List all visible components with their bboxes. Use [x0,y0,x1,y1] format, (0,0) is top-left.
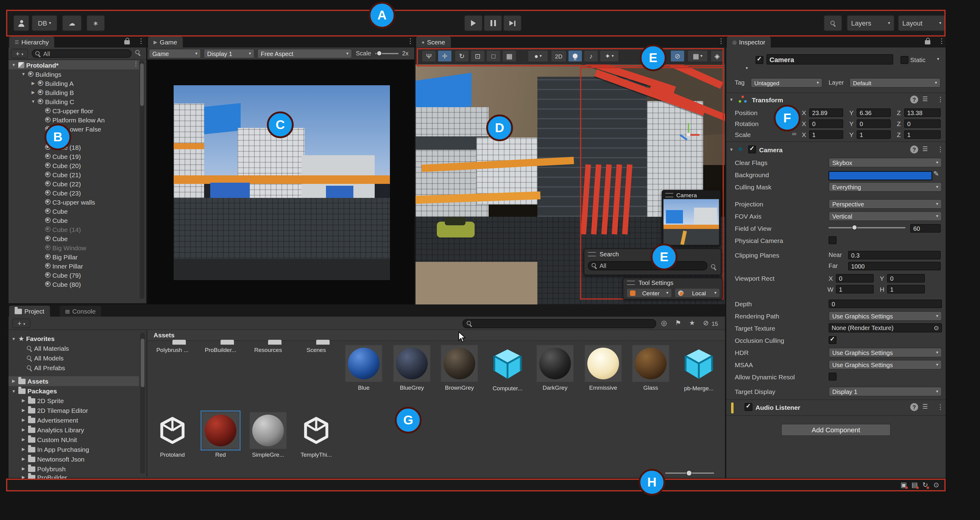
projection-dropdown[interactable]: Perspective▾ [829,199,942,209]
help-icon[interactable]: ? [910,146,918,154]
asset-cell[interactable]: TemplyThi... [294,412,338,458]
static-checkbox[interactable] [900,56,908,64]
pause-button[interactable] [484,15,502,31]
viewport-y-field[interactable]: 0 [887,274,925,282]
rotation-z-field[interactable]: 0 [904,119,941,128]
scene-saved-search-icon[interactable] [711,264,716,271]
gameobject-active-checkbox[interactable] [756,56,764,64]
presets-icon[interactable]: ☰ [923,95,928,102]
hierarchy-item-scene[interactable]: ▼Protoland* [11,60,59,70]
account-button[interactable] [13,15,29,31]
layout-dropdown[interactable]: Layout▾ [898,15,946,31]
package-item[interactable]: ▶Custom NUnit [21,435,77,444]
viewport-h-field[interactable]: 1 [887,285,925,293]
pivot-dropdown[interactable]: Center▾ [626,288,672,298]
cache-status-icon[interactable]: ▤ [912,481,918,489]
asset-cell[interactable]: SimpleGre... [246,412,290,458]
fov-value-field[interactable]: 60 [910,224,941,233]
target-display-dropdown[interactable]: Display 1▾ [829,387,942,396]
asset-cell[interactable]: Polybrush ... [151,345,194,353]
package-item[interactable]: ▶Analytics Library [21,425,84,435]
gameobject-name-field[interactable]: Camera [767,54,893,65]
hierarchy-item[interactable]: Cube [45,234,68,243]
toggle-2d-button[interactable]: 2D [551,50,566,62]
play-button[interactable] [464,15,482,31]
hierarchy-item[interactable]: Cube (14) [45,225,81,234]
scale-z-field[interactable]: 1 [904,130,941,139]
asset-cell[interactable]: ProBuilder... [199,345,242,353]
hierarchy-saved-search-icon[interactable] [135,49,141,57]
hierarchy-item[interactable]: Inner Pillar [45,261,83,270]
tab-project[interactable]: Project [9,306,50,317]
layers-dropdown[interactable]: Layers▾ [847,15,894,31]
move-tool-button[interactable]: ✛ [438,50,452,62]
scale-y-field[interactable]: 1 [857,130,891,139]
hierarchy-item[interactable]: Cube (22) [45,179,81,188]
hierarchy-add-button[interactable]: +▾ [11,49,28,59]
game-viewport[interactable] [148,60,414,304]
project-zoom-slider[interactable] [665,469,714,477]
presets-icon[interactable]: ☰ [923,403,928,410]
hierarchy-item[interactable]: Cube [45,216,68,225]
asset-cell[interactable]: Emmissive [581,345,625,391]
camera-menu-icon[interactable]: ⋮ [937,146,944,154]
display-dropdown[interactable]: Display 1▾ [204,49,255,59]
game-menu-icon[interactable]: ⋮ [407,37,414,45]
asset-cell[interactable]: Scenes [294,345,338,353]
scene-menu-icon[interactable]: ⋮ [718,37,724,45]
hidden-packages-icon[interactable]: ⊘ [703,319,709,327]
package-item[interactable]: ▶2D Sprite [21,396,64,406]
hierarchy-item[interactable]: Big Pillar [45,252,78,261]
hierarchy-item[interactable]: C3-upper walls [45,197,95,206]
hierarchy-item[interactable]: ▶Building B [30,88,74,97]
project-tree-scrollbar-thumb[interactable] [141,339,145,387]
hierarchy-item[interactable]: Cube (21) [45,170,81,179]
axis-gizmo[interactable]: x [675,120,701,147]
scene-audio-button[interactable]: ♪ [584,50,598,62]
hierarchy-item[interactable]: Big Window [45,243,86,252]
aspect-dropdown[interactable]: Free Aspect▾ [257,49,352,59]
asset-cell[interactable]: Protoland [151,412,194,458]
scale-tool-button[interactable]: ⊡ [470,50,485,62]
hierarchy-item[interactable]: ▼Building C [30,97,74,106]
tag-dropdown[interactable]: Untagged▾ [751,78,822,88]
occlusion-checkbox[interactable] [829,336,837,344]
asset-cell[interactable]: Blue [342,345,386,391]
near-field[interactable]: 0.3 [848,251,941,259]
asset-cell[interactable]: Resources [246,345,290,353]
hidden-objects-button[interactable]: ⊘ [670,50,685,62]
drag-handle-icon[interactable] [588,252,596,256]
collab-status-icon[interactable]: ▣ [900,481,907,489]
asset-cell[interactable]: BlueGrey [390,345,434,391]
hierarchy-item[interactable]: ▶Building A [30,79,73,88]
help-icon[interactable]: ? [910,403,918,411]
tool-settings-overlay[interactable]: Tool Settings Center▾ Local▾ [623,277,722,300]
audio-listener-checkbox[interactable] [745,403,752,411]
hand-tool-button[interactable]: Ψ [422,50,436,62]
packages-root-row[interactable]: ▼Packages [11,386,57,396]
clear-flags-dropdown[interactable]: Skybox▾ [829,158,942,168]
eyedropper-icon[interactable]: ✎ [933,170,939,178]
hdr-dropdown[interactable]: Use Graphics Settings▾ [829,348,942,357]
scale-x-field[interactable]: 1 [809,130,843,139]
services-button[interactable]: ∗ [86,15,105,31]
asset-cell[interactable]: DarkGrey [533,345,577,391]
tab-console[interactable]: ▤Console [60,306,101,317]
rotate-tool-button[interactable]: ↻ [455,50,469,62]
game-scale-slider[interactable] [375,49,398,59]
project-add-button[interactable]: +▾ [12,319,30,328]
fov-slider[interactable] [829,223,905,233]
position-x-field[interactable]: 23.89 [809,108,843,117]
camera-preview-overlay[interactable]: Camera [662,190,721,247]
hierarchy-search-input[interactable]: All [32,49,132,58]
hierarchy-menu-icon[interactable]: ⋮ [138,37,145,45]
asset-cell-selected[interactable]: Red [199,412,242,458]
assets-root-row[interactable]: ▶Assets [11,376,48,386]
position-y-field[interactable]: 6.36 [857,108,891,117]
scene-lighting-button[interactable] [568,50,582,62]
effects-dropdown[interactable]: ✦▾ [600,50,619,62]
transform-tool-button[interactable]: ▦ [502,50,517,62]
rotation-x-field[interactable]: 0 [809,119,843,128]
presets-icon[interactable]: ☰ [923,146,928,152]
grid-dropdown[interactable]: ▦▾ [687,50,708,62]
